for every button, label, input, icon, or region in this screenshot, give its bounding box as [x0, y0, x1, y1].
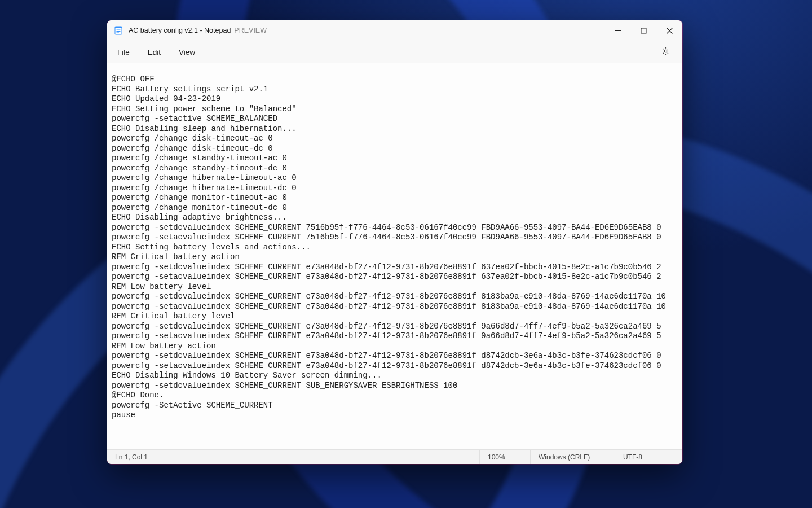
svg-rect-6	[641, 28, 646, 33]
settings-button[interactable]	[655, 42, 676, 62]
gear-icon	[661, 46, 670, 58]
minimize-button[interactable]	[604, 20, 630, 41]
notepad-app-icon	[114, 26, 123, 35]
svg-point-9	[664, 50, 667, 52]
statusbar: Ln 1, Col 1 100% Windows (CRLF) UTF-8	[107, 449, 682, 464]
close-button[interactable]	[656, 20, 682, 41]
menubar: File Edit View	[107, 41, 682, 63]
status-zoom: 100%	[479, 450, 530, 464]
menu-edit[interactable]: Edit	[141, 45, 167, 60]
menu-file[interactable]: File	[111, 45, 136, 60]
document-content[interactable]: @ECHO OFF ECHO Battery settings script v…	[112, 75, 678, 421]
maximize-button[interactable]	[630, 20, 656, 41]
notepad-window: AC battery config v2.1 - Notepad PREVIEW…	[107, 20, 682, 464]
menu-view[interactable]: View	[172, 45, 202, 60]
svg-rect-1	[115, 27, 122, 28]
status-cursor-position: Ln 1, Col 1	[107, 450, 479, 464]
window-title: AC battery config v2.1 - Notepad	[129, 27, 231, 34]
status-encoding: UTF-8	[615, 450, 682, 464]
titlebar[interactable]: AC battery config v2.1 - Notepad PREVIEW	[107, 20, 682, 41]
text-editor[interactable]: @ECHO OFF ECHO Battery settings script v…	[107, 63, 682, 449]
preview-badge: PREVIEW	[234, 27, 267, 34]
status-line-ending: Windows (CRLF)	[530, 450, 615, 464]
